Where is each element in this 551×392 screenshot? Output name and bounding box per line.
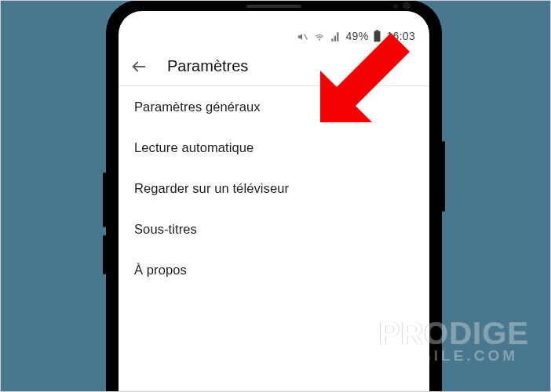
phone-speaker <box>246 5 301 8</box>
phone-side-button <box>103 172 106 227</box>
phone-screen: 49% 16:03 Paramètres Paramètres g <box>119 11 429 392</box>
svg-line-0 <box>304 34 307 40</box>
settings-item-label: Sous-titres <box>134 222 197 237</box>
statusbar: 49% 16:03 <box>119 11 429 47</box>
settings-item-label: Lecture automatique <box>134 140 254 155</box>
appbar: Paramètres <box>119 47 429 86</box>
svg-rect-2 <box>376 30 378 31</box>
settings-list: Paramètres généraux Lecture automatique … <box>119 86 429 290</box>
settings-item-about[interactable]: À propos <box>119 249 429 290</box>
battery-percent: 49% <box>346 30 369 42</box>
settings-item-autoplay[interactable]: Lecture automatique <box>119 127 429 168</box>
phone-side-button <box>103 235 106 274</box>
battery-icon <box>373 30 381 42</box>
clock: 16:03 <box>386 30 415 42</box>
settings-item-general[interactable]: Paramètres généraux <box>119 86 429 127</box>
back-button[interactable] <box>128 56 150 78</box>
signal-icon <box>330 31 341 42</box>
settings-item-label: Paramètres généraux <box>134 100 261 114</box>
settings-item-subtitles[interactable]: Sous-titres <box>119 209 429 249</box>
settings-item-label: Regarder sur un téléviseur <box>134 181 289 196</box>
svg-rect-1 <box>374 31 381 42</box>
wifi-icon <box>313 31 326 42</box>
settings-item-label: À propos <box>134 263 187 278</box>
page-title: Paramètres <box>167 57 248 75</box>
phone-side-button <box>442 141 445 212</box>
settings-item-watch-tv[interactable]: Regarder sur un téléviseur <box>119 168 429 209</box>
phone-sensor <box>393 4 398 9</box>
mute-icon <box>296 31 308 42</box>
phone-front-camera <box>403 2 411 9</box>
phone-frame: 49% 16:03 Paramètres Paramètres g <box>106 0 442 392</box>
arrow-left-icon <box>130 58 148 75</box>
